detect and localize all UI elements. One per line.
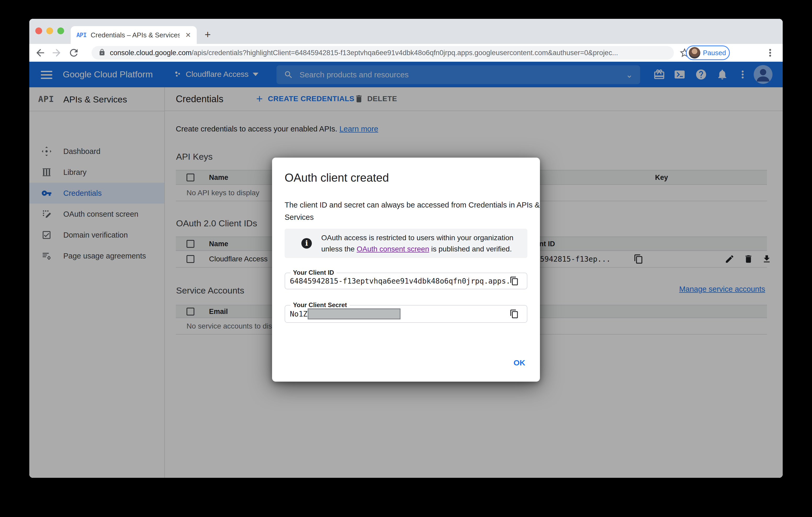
new-tab-button[interactable]: + bbox=[202, 29, 213, 41]
redaction-box bbox=[308, 308, 401, 320]
info-icon: i bbox=[301, 238, 312, 249]
client-id-value: 64845942815-f13eptvhqa6ee91v4dbk48o6qfn0… bbox=[290, 273, 510, 289]
lock-icon bbox=[98, 49, 106, 57]
dialog-title: OAuth client created bbox=[285, 171, 389, 184]
page-viewport: Google Cloud Platform Cloudflare Access … bbox=[29, 62, 783, 478]
minimize-window-button[interactable] bbox=[46, 27, 53, 34]
url-domain: console.cloud.google.com bbox=[110, 49, 192, 57]
tab-strip: API Credentials – APIs & Services – ✕ + bbox=[29, 19, 783, 44]
dialog-body-line1: The client ID and secret can always be a… bbox=[285, 201, 540, 209]
back-icon[interactable] bbox=[34, 47, 46, 59]
client-id-field[interactable]: Your Client ID 64845942815-f13eptvhqa6ee… bbox=[285, 273, 527, 290]
dialog-body-line2: Services bbox=[285, 213, 314, 221]
notice-line2-pre: unless the bbox=[321, 245, 356, 253]
copy-client-id-icon[interactable] bbox=[510, 276, 519, 286]
screen: API Credentials – APIs & Services – ✕ + … bbox=[0, 0, 812, 517]
tab-close-icon[interactable]: ✕ bbox=[185, 31, 191, 39]
zoom-window-button[interactable] bbox=[57, 27, 64, 34]
browser-menu-kebab-icon[interactable] bbox=[764, 47, 776, 59]
profile-avatar bbox=[689, 47, 700, 59]
notice-line2-post: is published and verified. bbox=[429, 245, 512, 253]
profile-chip[interactable]: Paused bbox=[686, 45, 730, 60]
refresh-icon[interactable] bbox=[68, 47, 80, 59]
tab-favicon: API bbox=[77, 32, 87, 38]
copy-client-secret-icon[interactable] bbox=[510, 309, 519, 318]
browser-toolbar: console.cloud.google.com/apis/credential… bbox=[29, 44, 783, 62]
url-bar[interactable]: console.cloud.google.com/apis/credential… bbox=[92, 46, 674, 60]
tab-title: Credentials – APIs & Services – bbox=[91, 31, 180, 39]
close-window-button[interactable] bbox=[35, 27, 42, 34]
browser-tab[interactable]: API Credentials – APIs & Services – ✕ bbox=[70, 26, 197, 44]
oauth-client-created-dialog: OAuth client created The client ID and s… bbox=[272, 158, 540, 382]
notice-line1: OAuth access is restricted to users with… bbox=[321, 234, 514, 242]
oauth-consent-screen-link[interactable]: OAuth consent screen bbox=[356, 245, 429, 253]
browser-window: API Credentials – APIs & Services – ✕ + … bbox=[29, 19, 783, 478]
ok-button[interactable]: OK bbox=[514, 358, 525, 367]
dialog-body-text: The client ID and secret can always be a… bbox=[285, 199, 540, 223]
restricted-access-notice: i OAuth access is restricted to users wi… bbox=[285, 229, 527, 258]
client-secret-field[interactable]: Your Client Secret No1Z3 bbox=[285, 305, 527, 323]
forward-icon[interactable] bbox=[51, 47, 62, 59]
profile-chip-label: Paused bbox=[703, 49, 726, 57]
url-path: /apis/credentials?highlightClient=648459… bbox=[192, 49, 618, 57]
url-text: console.cloud.google.com/apis/credential… bbox=[110, 49, 618, 57]
notice-text: OAuth access is restricted to users with… bbox=[321, 232, 520, 254]
